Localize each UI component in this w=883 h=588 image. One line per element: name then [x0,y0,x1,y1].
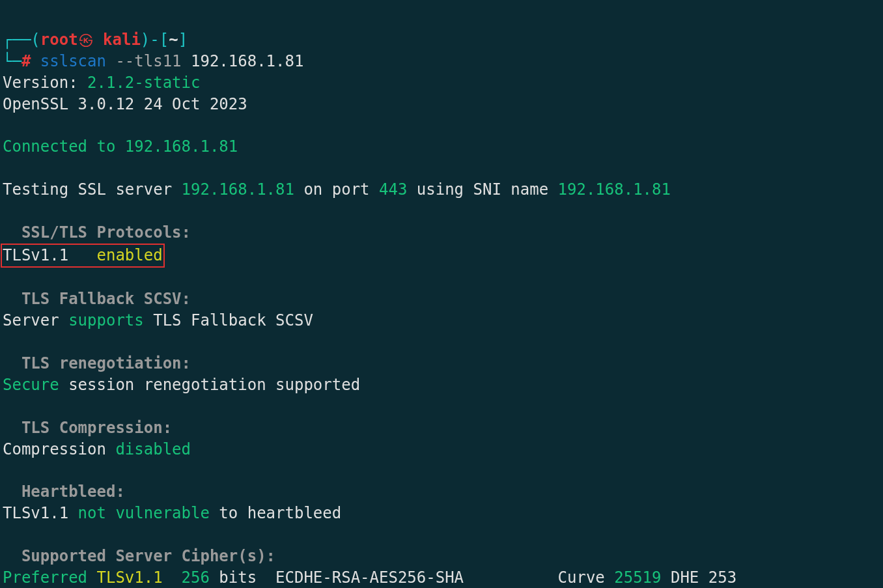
cipher-row: Preferred TLSv1.1 256 bits ECDHE-RSA-AES… [3,568,736,587]
openssl-line: OpenSSL 3.0.12 24 Oct 2023 [3,95,247,113]
section-heartbleed: Heartbleed: [3,483,125,501]
prompt-line-1: ┌──(root㉿ kali)-[~] [3,31,188,49]
section-ciphers: Supported Server Cipher(s): [3,547,275,565]
tls-enabled-highlight: TLSv1.1 enabled [1,244,165,268]
section-reneg: TLS renegotiation: [3,354,191,372]
compress-line: Compression disabled [3,440,191,458]
connected-line: Connected to 192.168.1.81 [3,137,238,156]
section-protocols: SSL/TLS Protocols: [3,223,191,242]
testing-line: Testing SSL server 192.168.1.81 on port … [3,180,671,199]
reneg-line: Secure session renegotiation supported [3,376,360,394]
prompt-line-2[interactable]: └─# sslscan --tls11 192.168.1.81 [3,52,303,70]
section-compress: TLS Compression: [3,419,172,437]
fallback-line: Server supports TLS Fallback SCSV [3,311,313,329]
terminal-output[interactable]: ┌──(root㉿ kali)-[~] └─# sslscan --tls11 … [0,0,883,588]
version-line: Version: 2.1.2-static [3,74,200,92]
heartbleed-line: TLSv1.1 not vulnerable to heartbleed [3,504,341,522]
section-fallback: TLS Fallback SCSV: [3,290,191,308]
